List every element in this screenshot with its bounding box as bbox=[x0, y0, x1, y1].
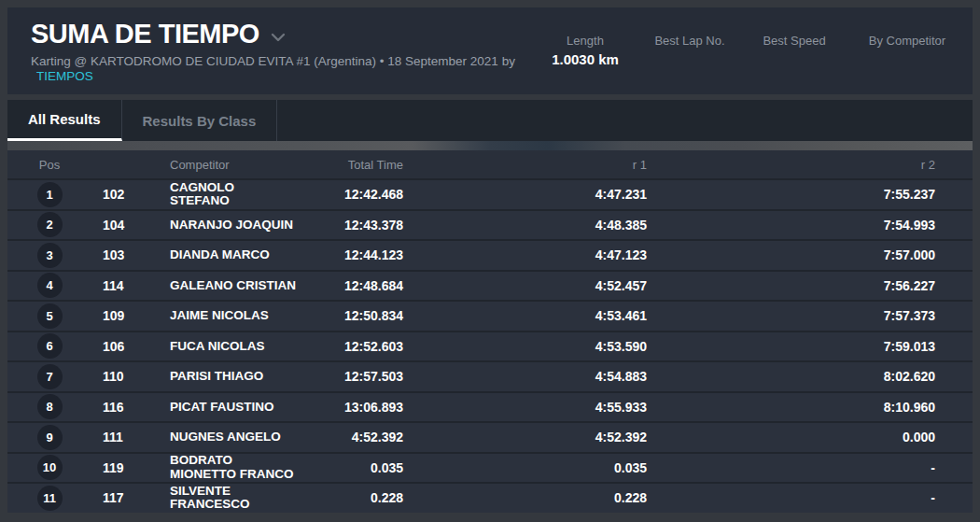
position-badge: 10 bbox=[37, 455, 63, 480]
total-time: 12:43.378 bbox=[297, 218, 403, 233]
position-cell: 4 bbox=[7, 273, 91, 298]
results-table-header: Pos Competitor Total Time r 1 r 2 bbox=[7, 150, 973, 178]
position-cell: 6 bbox=[7, 333, 91, 359]
total-time: 12:48.684 bbox=[297, 278, 403, 293]
position-badge: 4 bbox=[37, 273, 63, 298]
chevron-down-icon[interactable] bbox=[271, 33, 286, 42]
competitor-name: PARISI THIAGO bbox=[157, 370, 297, 384]
kart-number: 119 bbox=[91, 460, 157, 475]
competitor-name: DIANDA MARCO bbox=[157, 248, 297, 262]
position-cell: 3 bbox=[7, 243, 91, 268]
position-badge: 8 bbox=[37, 394, 63, 419]
total-time: 12:44.123 bbox=[297, 247, 403, 262]
kart-number: 104 bbox=[91, 218, 157, 233]
position-cell: 9 bbox=[7, 425, 91, 450]
table-row[interactable]: 2104NARANJO JOAQUIN12:43.3784:48.3857:54… bbox=[7, 209, 973, 240]
competitor-name: BODRATO MIONETTO FRANCO bbox=[157, 454, 297, 481]
stat-best-lap-no: Best Lap No. bbox=[653, 34, 726, 94]
r1-time: 4:47.231 bbox=[403, 187, 647, 202]
stat-length: Length 1.0030 km bbox=[549, 34, 622, 94]
tab-all-results[interactable]: All Results bbox=[7, 100, 122, 141]
column-header-r2: r 2 bbox=[647, 158, 973, 172]
banner-strip bbox=[7, 141, 973, 150]
competitor-name: NARANJO JOAQUIN bbox=[157, 219, 297, 233]
position-cell: 2 bbox=[7, 212, 91, 237]
total-time: 0.035 bbox=[297, 460, 403, 475]
tab-results-by-class[interactable]: Results By Class bbox=[122, 100, 278, 141]
total-time: 0.228 bbox=[297, 490, 403, 505]
position-cell: 11 bbox=[7, 486, 91, 511]
position-badge: 7 bbox=[37, 364, 63, 389]
competitor-name: GALEANO CRISTIAN bbox=[157, 279, 297, 293]
table-row[interactable]: 3103DIANDA MARCO12:44.1234:47.1237:57.00… bbox=[7, 239, 973, 270]
event-header: SUMA DE TIEMPO Karting @ KARTODROMO DE C… bbox=[7, 7, 973, 94]
table-row[interactable]: 8116PICAT FAUSTINO13:06.8934:55.9338:10.… bbox=[7, 391, 973, 422]
table-row[interactable]: 7110PARISI THIAGO12:57.5034:54.8838:02.6… bbox=[7, 360, 973, 391]
competitor-name: PICAT FAUSTINO bbox=[157, 401, 297, 415]
r2-time: 8:10.960 bbox=[647, 400, 973, 415]
results-page: SUMA DE TIEMPO Karting @ KARTODROMO DE C… bbox=[7, 7, 973, 513]
event-stats: Length 1.0030 km Best Lap No. Best Speed… bbox=[549, 7, 952, 94]
position-cell: 5 bbox=[7, 303, 91, 329]
position-badge: 5 bbox=[37, 303, 63, 329]
r1-time: 0.228 bbox=[403, 490, 647, 505]
position-badge: 3 bbox=[37, 243, 63, 268]
r2-time: - bbox=[647, 460, 973, 475]
total-time: 4:52.392 bbox=[297, 430, 403, 444]
table-row[interactable]: 9111NUGNES ANGELO4:52.3924:52.3920.000 bbox=[7, 421, 973, 452]
r1-time: 4:54.883 bbox=[403, 369, 647, 384]
table-row[interactable]: 1102CAGNOLO STEFANO12:42.4684:47.2317:55… bbox=[7, 178, 973, 209]
r2-time: 0.000 bbox=[647, 430, 973, 444]
r2-time: 7:57.000 bbox=[647, 247, 973, 262]
r1-time: 4:47.123 bbox=[403, 247, 647, 262]
position-badge: 11 bbox=[37, 486, 63, 511]
position-cell: 10 bbox=[7, 455, 91, 480]
stat-best-lap-no-label: Best Lap No. bbox=[654, 34, 724, 48]
position-cell: 7 bbox=[7, 364, 91, 389]
competitor-name: SILVENTE FRANCESCO bbox=[157, 485, 297, 512]
table-row[interactable]: 5109JAIME NICOLAS12:50.8344:53.4617:57.3… bbox=[7, 300, 973, 331]
table-row[interactable]: 6106FUCA NICOLAS12:52.6034:53.5907:59.01… bbox=[7, 331, 973, 361]
kart-number: 116 bbox=[91, 400, 157, 415]
r1-time: 4:55.933 bbox=[403, 400, 647, 415]
total-time: 12:57.503 bbox=[297, 369, 403, 384]
column-header-r1: r 1 bbox=[403, 158, 647, 172]
position-cell: 1 bbox=[7, 182, 91, 207]
results-tab-bar: All Results Results By Class bbox=[7, 100, 973, 141]
kart-number: 106 bbox=[91, 339, 157, 354]
kart-number: 109 bbox=[91, 308, 157, 323]
position-badge: 1 bbox=[37, 182, 63, 207]
total-time: 13:06.893 bbox=[297, 400, 403, 415]
competitor-name: JAIME NICOLAS bbox=[157, 309, 297, 323]
position-cell: 8 bbox=[7, 394, 91, 419]
kart-number: 103 bbox=[91, 247, 157, 262]
kart-number: 110 bbox=[91, 369, 157, 384]
r2-time: 7:56.227 bbox=[647, 278, 973, 293]
table-row[interactable]: 4114GALEANO CRISTIAN12:48.6844:52.4577:5… bbox=[7, 270, 973, 301]
table-row[interactable]: 11117SILVENTE FRANCESCO0.2280.228- bbox=[7, 482, 973, 513]
kart-number: 111 bbox=[91, 430, 157, 444]
stat-by-competitor: By Competitor bbox=[862, 34, 952, 94]
table-row[interactable]: 10119BODRATO MIONETTO FRANCO0.0350.035- bbox=[7, 452, 973, 483]
event-subtitle: Karting @ KARTODROMO DE CIUDAD EVITA #1 … bbox=[31, 54, 515, 68]
r2-time: - bbox=[647, 490, 973, 505]
position-badge: 9 bbox=[37, 425, 63, 450]
kart-number: 114 bbox=[91, 278, 157, 293]
r2-time: 7:59.013 bbox=[647, 339, 973, 354]
position-badge: 2 bbox=[37, 212, 63, 237]
r1-time: 4:52.457 bbox=[403, 278, 647, 293]
event-header-left: SUMA DE TIEMPO Karting @ KARTODROMO DE C… bbox=[31, 7, 515, 94]
stat-by-competitor-label: By Competitor bbox=[869, 34, 945, 48]
organizer-link[interactable]: TIEMPOS bbox=[36, 69, 515, 83]
r1-time: 4:53.461 bbox=[403, 308, 647, 323]
competitor-name: CAGNOLO STEFANO bbox=[157, 181, 297, 208]
column-header-competitor: Competitor bbox=[157, 158, 297, 172]
total-time: 12:42.468 bbox=[297, 187, 403, 202]
r2-time: 7:55.237 bbox=[647, 187, 973, 202]
stat-best-speed-label: Best Speed bbox=[763, 34, 825, 48]
stat-length-value: 1.0030 km bbox=[552, 51, 619, 67]
stat-length-label: Length bbox=[567, 34, 604, 48]
r2-time: 7:54.993 bbox=[647, 218, 973, 233]
kart-number: 117 bbox=[91, 490, 157, 505]
competitor-name: FUCA NICOLAS bbox=[157, 340, 297, 354]
